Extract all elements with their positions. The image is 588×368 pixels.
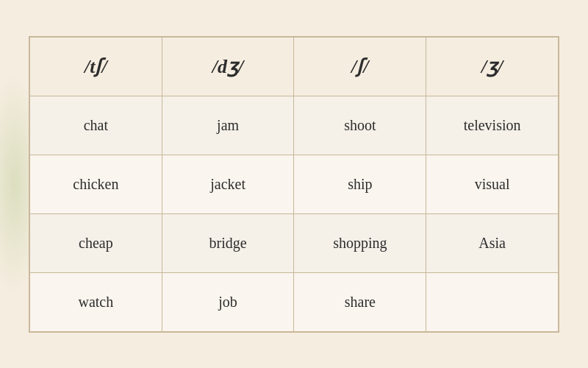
table-cell: jacket (162, 155, 294, 213)
table-row: cheapbridgeshoppingAsia (30, 213, 559, 272)
header-sh: /ʃ/ (294, 37, 426, 96)
table-cell: shopping (294, 213, 426, 272)
header-dzh: /dʒ/ (162, 37, 294, 96)
table-row: chatjamshoottelevision (30, 96, 559, 155)
table-cell: chat (30, 96, 162, 155)
table-cell: watch (30, 272, 162, 331)
table-row: watchjobshare (30, 272, 559, 331)
header-row: /tʃ/ /dʒ/ /ʃ/ /ʒ/ (30, 37, 559, 96)
table-row: chickenjacketshipvisual (30, 155, 559, 213)
header-zh: /ʒ/ (426, 37, 559, 96)
table-cell: jam (162, 96, 294, 155)
table-cell: job (162, 272, 294, 331)
table-cell: visual (426, 155, 559, 213)
phonetics-table: /tʃ/ /dʒ/ /ʃ/ /ʒ/ chatjamshoottelevision… (29, 37, 559, 332)
table-cell: Asia (426, 213, 559, 272)
header-tsh: /tʃ/ (30, 37, 162, 96)
table-cell: shoot (294, 96, 426, 155)
table-cell: share (294, 272, 426, 331)
table-cell: ship (294, 155, 426, 213)
table-cell: chicken (30, 155, 162, 213)
table-cell: cheap (30, 213, 162, 272)
table-cell (426, 272, 559, 331)
phonetics-table-container: /tʃ/ /dʒ/ /ʃ/ /ʒ/ chatjamshoottelevision… (29, 36, 559, 333)
table-cell: bridge (162, 213, 294, 272)
table-cell: television (426, 96, 559, 155)
